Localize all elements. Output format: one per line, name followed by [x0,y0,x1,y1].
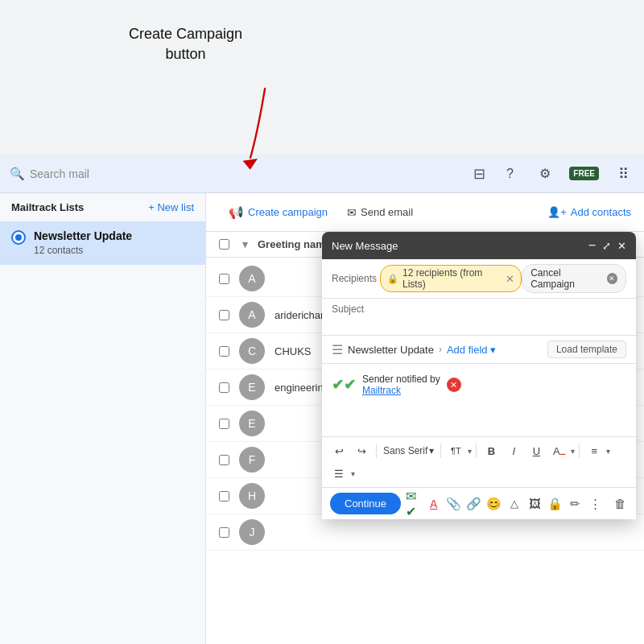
create-campaign-button[interactable]: 📢 Create campaign [219,200,337,225]
row-checkbox[interactable] [219,382,229,393]
drive-icon: △ [510,497,518,510]
main-toolbar: 📢 Create campaign ✉ Send email 👤+ Add co… [206,193,644,232]
toolbar-separator [376,444,377,458]
drive-icon[interactable]: △ [507,493,522,514]
mailtrack-link[interactable]: Mailtrack [362,385,401,396]
action-bar: Continue ✉✔ A 📎 🔗 😊 △ 🖼 🔒 ✏ ⋮ [322,487,636,519]
filter-icon[interactable]: ⊟ [473,165,485,183]
insert-photo-icon[interactable]: 🖼 [527,493,543,514]
list-button[interactable]: ☰ [328,463,349,484]
row-checkbox[interactable] [219,491,229,502]
recipients-label: Recipients [332,273,380,284]
lock-icon-action[interactable]: 🔒 [547,493,563,514]
delete-button[interactable]: 🗑 [613,493,628,514]
insert-link-icon[interactable]: 🔗 [466,493,481,514]
paperclip-icon: 📎 [446,497,461,511]
annotation-text: Create Campaign button [129,24,242,64]
sidebar-header: Mailtrack Lists + New list [0,193,205,221]
align-button[interactable]: ≡ [584,440,605,461]
mailtrack-logo: FREE [569,167,599,180]
add-field-button[interactable]: Add field ▾ [447,344,496,356]
add-user-icon: 👤+ [547,206,567,218]
newsletter-list-item[interactable]: Newsletter Update 12 contacts [0,221,205,265]
select-all-checkbox[interactable] [219,239,229,250]
dismiss-notice-button[interactable]: ✕ [447,378,461,392]
chevron-down-icon: ▾ [571,447,575,456]
mailtrack-action-icon[interactable]: ✉✔ [406,493,421,514]
list-count: 12 contacts [34,245,83,256]
redo-button[interactable]: ↪ [351,440,372,461]
send-email-button[interactable]: ✉ Send email [337,201,423,224]
undo-button[interactable]: ↩ [328,440,349,461]
font-size-button[interactable]: ¶T [445,440,466,461]
modal-header: New Message − ⤢ ✕ [322,232,636,259]
compose-area[interactable]: ✔✔ Sender notified by Mailtrack ✕ [322,364,636,436]
more-options-icon[interactable]: ⋮ [588,493,603,514]
row-checkbox[interactable] [219,455,229,465]
gear-icon: ⚙ [539,166,551,181]
grid-button[interactable]: ⠿ [612,163,634,185]
tag-remove-button[interactable]: ✕ [506,273,514,285]
toolbar-separator [440,444,441,458]
toolbar-separator [476,444,477,458]
bold-button[interactable]: B [481,440,502,461]
hamburger-icon: ☰ [332,342,343,357]
pen-icon: ✏ [570,497,580,511]
subject-label: Subject [332,303,626,315]
chevron-down-icon: ▾ [468,447,472,456]
row-checkbox[interactable] [219,274,229,284]
link-icon: 🔗 [466,497,481,511]
avatar: H [239,483,265,509]
chevron-down-icon: ▾ [606,447,610,456]
add-contacts-button[interactable]: 👤+ Add contacts [547,206,631,218]
font-color-action-icon[interactable]: A [426,493,441,514]
avatar: E [239,374,265,400]
subject-row: Subject [322,299,636,336]
avatar: J [239,519,265,545]
settings-button[interactable]: ⚙ [534,163,556,185]
smiley-icon: 😊 [486,497,502,511]
top-bar: 🔍 Search mail ⊟ ? ⚙ FREE ⠿ [0,155,644,193]
font-color-button[interactable]: A▁ [548,440,569,461]
row-checkbox[interactable] [219,310,229,320]
row-checkbox[interactable] [219,419,229,429]
row-checkbox[interactable] [219,527,229,538]
attach-file-icon[interactable]: 📎 [446,493,461,514]
subject-input[interactable] [332,315,626,330]
mailtrack-icon: ✉✔ [406,489,421,519]
trash-icon: 🗑 [614,497,626,510]
cancel-campaign-button[interactable]: Cancel Campaign ✕ [522,264,626,293]
modal-minimize-button[interactable]: − [588,238,596,253]
toolbar-separator [579,444,580,458]
emoji-icon[interactable]: 😊 [486,493,502,514]
underline-button[interactable]: U [526,440,547,461]
modal-close-button[interactable]: ✕ [617,240,626,252]
email-icon: ✉ [347,206,357,219]
continue-button[interactable]: Continue [330,493,401,514]
table-row[interactable]: J [206,514,644,551]
avatar: F [239,447,265,473]
help-button[interactable]: ? [498,163,521,185]
signature-icon[interactable]: ✏ [568,493,583,514]
annotation-arrow [233,80,282,177]
underline-a-icon: A [430,497,437,510]
new-list-button[interactable]: + New list [148,201,194,213]
newsletter-name: Newsletter Update [348,344,434,356]
italic-button[interactable]: I [503,440,524,461]
recipients-row: Recipients 🔒 12 recipients (from Lists) … [322,259,636,299]
load-template-button[interactable]: Load template [547,341,626,358]
col-greeting-name: Greeting name [258,238,331,250]
font-family-dropdown[interactable]: Sans Serif ▾ [381,445,436,456]
modal-title: New Message [332,240,398,252]
photo-icon: 🖼 [529,497,541,510]
avatar: C [239,338,265,364]
lock-icon: 🔒 [387,274,398,284]
modal-header-icons: − ⤢ ✕ [588,238,626,253]
recipient-tag[interactable]: 🔒 12 recipients (from Lists) ✕ [380,265,522,292]
row-checkbox[interactable] [219,346,229,357]
avatar: A [239,266,265,291]
double-check-icon: ✔✔ [332,376,356,394]
new-message-modal: New Message − ⤢ ✕ Recipients 🔒 12 recipi… [322,232,636,519]
cancel-x-icon: ✕ [607,273,617,284]
modal-expand-button[interactable]: ⤢ [602,240,611,252]
